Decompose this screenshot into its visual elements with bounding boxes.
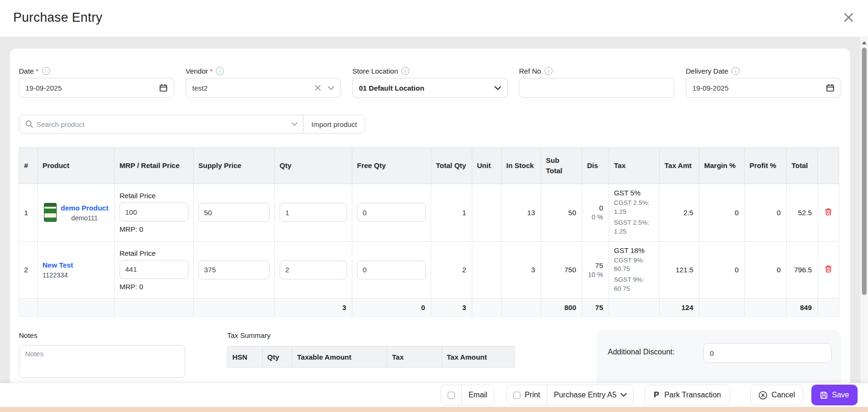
delete-row-icon[interactable] xyxy=(824,207,833,217)
ref-no-label: Ref No xyxy=(519,67,541,75)
scrollbar-thumb[interactable] xyxy=(862,48,867,295)
scroll-up-icon[interactable] xyxy=(862,41,867,44)
notes-input[interactable] xyxy=(19,345,185,378)
print-format-select[interactable]: Purchase Entry A5 xyxy=(547,385,634,405)
row-total-value: 52.5 xyxy=(787,184,818,242)
total-dis-sum: 75 xyxy=(582,299,609,317)
field-delivery-date: Delivery Date i 19-09-2025 xyxy=(686,66,841,98)
retail-price-input[interactable] xyxy=(119,202,188,221)
vendor-label: Vendor xyxy=(186,67,208,75)
checkbox-icon[interactable] xyxy=(448,392,455,399)
tax-amt-value: 2.5 xyxy=(660,184,699,242)
chevron-down-icon[interactable] xyxy=(328,86,334,90)
circle-x-icon xyxy=(758,391,767,400)
unit-value xyxy=(472,241,502,299)
col-free-qty: Free Qty xyxy=(352,148,431,184)
calendar-icon[interactable] xyxy=(159,84,168,92)
print-button-group: Print Purchase Entry A5 xyxy=(506,385,634,405)
total-total-qty-sum: 3 xyxy=(431,299,472,317)
retail-price-label: Retail Price xyxy=(119,192,188,200)
table-row: 1 demo Product demo111 Retail Price xyxy=(19,184,839,242)
unit-value xyxy=(472,184,502,242)
supply-price-input[interactable] xyxy=(198,203,270,222)
in-stock-value: 13 xyxy=(502,184,541,242)
total-qty-sum: 3 xyxy=(275,299,352,317)
total-qty-value: 1 xyxy=(431,184,472,242)
sub-total-value: 50 xyxy=(541,184,582,242)
info-icon: i xyxy=(42,67,50,75)
tax-sgst: SGST 2.5%: 1.25 xyxy=(614,219,655,236)
total-qty-value: 2 xyxy=(431,241,472,299)
additional-discount-input[interactable] xyxy=(703,343,832,363)
tax-sgst: SGST 9%: 60.75 xyxy=(614,276,655,294)
sub-total-value: 750 xyxy=(541,241,582,299)
save-button[interactable]: Save xyxy=(811,385,858,405)
col-qty: Qty xyxy=(275,148,352,184)
product-search-bar: Import product xyxy=(19,115,365,134)
checkbox-icon[interactable] xyxy=(513,392,520,399)
tax-summary-table: HSN Qty Taxable Amount Tax Tax Amount xyxy=(227,346,515,368)
col-product: Product xyxy=(38,148,115,184)
total-sub-total-sum: 800 xyxy=(541,299,582,317)
email-button[interactable]: Email xyxy=(461,385,494,405)
in-stock-value: 3 xyxy=(502,241,541,299)
col-tax: Tax xyxy=(609,148,660,184)
product-code: demo111 xyxy=(61,214,109,222)
delivery-date-input[interactable]: 19-09-2025 xyxy=(686,78,841,98)
free-qty-input[interactable] xyxy=(357,203,426,222)
modal-header: Purchase Entry xyxy=(0,0,868,37)
calendar-icon[interactable] xyxy=(826,84,834,92)
info-icon: i xyxy=(545,67,553,75)
qty-input[interactable] xyxy=(280,261,347,279)
search-input[interactable] xyxy=(35,120,289,129)
notes-label: Notes xyxy=(19,331,185,342)
total-free-qty-sum: 0 xyxy=(352,299,431,317)
store-location-select[interactable]: 01 Default Location xyxy=(352,78,508,98)
chevron-down-icon xyxy=(621,393,627,397)
profit-value: 0 xyxy=(745,184,787,242)
delete-row-icon[interactable] xyxy=(824,264,833,274)
qty-input[interactable] xyxy=(280,203,347,222)
row-index: 2 xyxy=(19,241,38,299)
col-supply: Supply Price xyxy=(194,148,275,184)
bottom-accent-strip xyxy=(0,407,868,412)
chevron-down-icon[interactable] xyxy=(291,122,298,126)
delivery-date-label: Delivery Date xyxy=(686,67,728,75)
park-transaction-button[interactable]: P Park Transaction xyxy=(645,385,730,405)
tax-summary-block: Tax Summary HSN Qty Taxable Amount Tax T… xyxy=(227,331,514,368)
discount-value: 0 xyxy=(587,204,603,212)
total-tax-amt-sum: 124 xyxy=(660,299,699,317)
col-in-stock: In Stock xyxy=(502,148,541,184)
import-product-button[interactable]: Import product xyxy=(303,115,365,133)
tax-cgst: CGST 9%: 60.75 xyxy=(614,256,655,274)
clear-icon[interactable] xyxy=(315,84,321,91)
email-checkbox[interactable] xyxy=(441,385,461,405)
col-mrp: MRP / Retail Price xyxy=(115,148,194,184)
tax-name: GST 18% xyxy=(614,246,655,254)
supply-price-input[interactable] xyxy=(198,261,270,279)
col-tax-amt: Tax Amt xyxy=(660,148,699,184)
tax-cgst: CGST 2.5%: 1.25 xyxy=(614,199,655,217)
product-link[interactable]: New Test xyxy=(43,261,110,270)
mrp-text: MRP: 0 xyxy=(119,225,188,233)
vertical-scrollbar[interactable] xyxy=(860,37,868,383)
vendor-select[interactable]: test2 xyxy=(186,78,341,98)
col-unit: Unit xyxy=(472,148,502,184)
required-asterisk: * xyxy=(36,67,39,75)
row-total-value: 796.5 xyxy=(787,241,818,299)
close-icon[interactable] xyxy=(842,10,856,25)
chevron-down-icon xyxy=(494,86,501,90)
ref-no-input[interactable] xyxy=(519,78,674,98)
free-qty-input[interactable] xyxy=(357,261,426,279)
table-row: 2 New Test 1122334 Retail Price MRP: 0 xyxy=(19,241,839,299)
product-link[interactable]: demo Product xyxy=(61,203,109,213)
cancel-button[interactable]: Cancel xyxy=(750,385,803,405)
taxsum-col-hsn: HSN xyxy=(228,346,263,368)
print-button[interactable]: Print xyxy=(507,385,547,405)
taxsum-col-qty: Qty xyxy=(263,346,292,368)
retail-price-input[interactable] xyxy=(119,260,188,279)
col-profit: Profit % xyxy=(745,148,787,184)
required-asterisk: * xyxy=(210,67,213,75)
date-input[interactable]: 19-09-2025 xyxy=(19,78,174,98)
purchase-entry-modal: Purchase Entry Date * i 19-09-2025 xyxy=(0,0,868,412)
